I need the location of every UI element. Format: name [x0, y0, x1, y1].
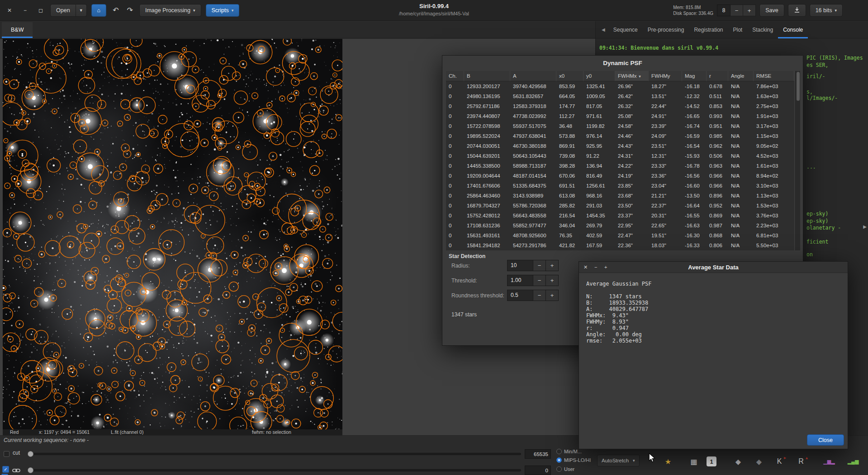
psf-table-row[interactable]: 019895.52202447937.638041573.88976.1424.…: [446, 131, 794, 141]
radio-user[interactable]: User: [556, 466, 574, 472]
avg-maximize-icon[interactable]: +: [604, 262, 607, 273]
radio-mips-lo-hi[interactable]: MIPS-LO/HI: [556, 457, 591, 463]
threads-decrement-button[interactable]: −: [730, 5, 743, 16]
radio-min-m-[interactable]: Min/M...: [556, 449, 582, 454]
open-dropdown-button[interactable]: ▼: [76, 4, 87, 17]
home-icon: ⌂: [97, 7, 101, 14]
image-processing-button[interactable]: Image Processing▾: [139, 4, 201, 17]
column-header-x0[interactable]: x0: [556, 71, 583, 81]
psf-table-row[interactable]: 023974.44080747738.023992112.27971.6125.…: [446, 111, 794, 121]
console-line-fragment: olanetary -: [806, 225, 841, 231]
psf-table-row[interactable]: 025864.4634603143.938989613.08968.1623.6…: [446, 191, 794, 201]
psf-table-row[interactable]: 024980.1361955631.832657664.051009.0526.…: [446, 91, 794, 101]
slider-handle[interactable]: [28, 467, 33, 473]
r-tool-icon[interactable]: R▴: [794, 455, 808, 468]
setting-value[interactable]: 0.5: [507, 290, 533, 301]
column-header-a[interactable]: A: [510, 71, 556, 81]
tab-stacking[interactable]: Stacking: [747, 21, 778, 38]
psf-table-row[interactable]: 012933.20012739740.429568853.591325.4126…: [446, 81, 794, 91]
increment-button[interactable]: +: [546, 260, 559, 271]
psf-table-row[interactable]: 025792.67118612583.379318174.77817.0526.…: [446, 101, 794, 111]
slider-handle[interactable]: [28, 451, 33, 457]
threads-increment-button[interactable]: +: [743, 5, 756, 16]
star-image[interactable]: [3, 39, 342, 429]
column-header-fwhmx[interactable]: FWHMx▼: [615, 71, 649, 81]
save-as-button[interactable]: [788, 4, 806, 17]
tab-plot[interactable]: Plot: [728, 21, 747, 38]
restore-window-icon[interactable]: ◻: [38, 7, 43, 14]
table-scrollbar[interactable]: [795, 71, 800, 250]
tab-sequence[interactable]: Sequence: [608, 21, 643, 38]
avg-close-icon[interactable]: ✕: [583, 262, 588, 273]
decrement-button[interactable]: −: [533, 290, 546, 301]
low-level-value[interactable]: 0: [525, 466, 551, 475]
autostretch-label: AutoStretch: [602, 458, 629, 463]
column-header-ch[interactable]: Ch.: [446, 71, 464, 81]
avg-psf-stats: N: 1347 stars B: 18933.352938 A: 40829.6…: [586, 293, 648, 344]
decrement-button[interactable]: −: [533, 275, 546, 286]
tab-pre-processing[interactable]: Pre-processing: [643, 21, 689, 38]
save-button[interactable]: Save: [759, 4, 784, 17]
low-level-slider[interactable]: [27, 469, 521, 471]
bit-depth-dropdown[interactable]: 16 bits▾: [810, 4, 843, 17]
tab-console[interactable]: Console: [778, 21, 808, 38]
column-header-mag[interactable]: Mag: [682, 71, 707, 81]
increment-button[interactable]: +: [546, 290, 559, 301]
psf-table-row[interactable]: 014455.33850058988.713187398.28136.9424.…: [446, 161, 794, 171]
panel-expander-icon[interactable]: ▶: [863, 224, 867, 229]
scripts-button[interactable]: Scripts▾: [206, 4, 240, 17]
minimize-window-icon[interactable]: −: [24, 7, 27, 14]
column-header-b[interactable]: B: [464, 71, 510, 81]
column-header-angle[interactable]: Angle: [728, 71, 754, 81]
psf-table-row[interactable]: 019209.00464448187.014154670.06816.4924.…: [446, 171, 794, 181]
psf-table-row[interactable]: 017108.63123655852.977477346.04269.7922.…: [446, 221, 794, 230]
psf-table-row[interactable]: 015722.07859855937.51707536.481199.8224.…: [446, 121, 794, 131]
gem-icon-1[interactable]: ◆: [731, 455, 745, 468]
cut-checkbox[interactable]: [4, 451, 9, 457]
chevron-down-icon: ▾: [633, 458, 635, 463]
fwhm-label: fwhm: no selection: [252, 429, 291, 435]
display-mode-dropdown[interactable]: AutoStretch ▾: [597, 455, 640, 466]
link-channels-icon[interactable]: [12, 467, 20, 475]
tab-registration[interactable]: Registration: [689, 21, 728, 38]
radio-label: Min/M...: [564, 449, 582, 454]
psf-table-row[interactable]: 015044.63920150643.105443739.0891.2224.3…: [446, 151, 794, 161]
open-button[interactable]: Open: [50, 4, 76, 17]
setting-value[interactable]: 10: [507, 260, 533, 271]
column-header-fwhmy[interactable]: FWHMy: [649, 71, 682, 81]
psf-table-row[interactable]: 015841.29418254273.291786421.82167.5922.…: [446, 240, 794, 250]
redo-icon: ↷: [127, 6, 133, 14]
kstars-icon: K: [777, 457, 782, 466]
column-header-r[interactable]: r: [707, 71, 728, 81]
stacking-icon[interactable]: ▂▄▆: [846, 455, 860, 468]
psf-table-row[interactable]: 015752.42801256643.483558216.541454.3523…: [446, 211, 794, 221]
tab-bw[interactable]: B&W: [2, 22, 33, 38]
decrement-button[interactable]: −: [533, 260, 546, 271]
redo-button[interactable]: ↷: [125, 4, 135, 17]
histogram-icon[interactable]: ▁▆▂: [822, 455, 836, 468]
psf-table-row[interactable]: 020744.03005146730.380188869.91925.9524.…: [446, 141, 794, 151]
column-header-y0[interactable]: y0: [583, 71, 615, 81]
tabs-back-icon[interactable]: ◀: [598, 27, 608, 32]
column-header-rmse[interactable]: RMSE: [754, 71, 794, 81]
gem-icon-2[interactable]: ◆: [752, 455, 766, 468]
single-frame-icon[interactable]: 1: [705, 455, 718, 468]
threads-value[interactable]: 8: [717, 5, 730, 16]
close-window-icon[interactable]: ✕: [7, 7, 12, 14]
high-level-value[interactable]: 65535: [525, 449, 551, 459]
increment-button[interactable]: +: [546, 275, 559, 286]
channel-visibility-checkbox[interactable]: ✓: [2, 466, 9, 473]
high-level-slider[interactable]: [27, 453, 521, 455]
home-button[interactable]: ⌂: [91, 4, 107, 17]
psf-table-row[interactable]: 017401.67660651335.684375691.511256.6123…: [446, 181, 794, 191]
avg-minimize-icon[interactable]: −: [594, 262, 597, 273]
psf-table-row[interactable]: 016879.70432755786.720368285.82291.0323.…: [446, 201, 794, 211]
setting-value[interactable]: 1.00: [507, 275, 533, 286]
kstars-icon[interactable]: K▸: [773, 455, 786, 468]
grid-icon[interactable]: ▦: [687, 455, 701, 468]
scrollbar-thumb[interactable]: [797, 72, 800, 101]
undo-button[interactable]: ↶: [111, 4, 120, 17]
close-button[interactable]: Close: [807, 434, 844, 446]
psf-table-row[interactable]: 015631.49316148708.92560076.35402.5922.4…: [446, 230, 794, 240]
psf-star-icon[interactable]: ★: [661, 455, 675, 468]
